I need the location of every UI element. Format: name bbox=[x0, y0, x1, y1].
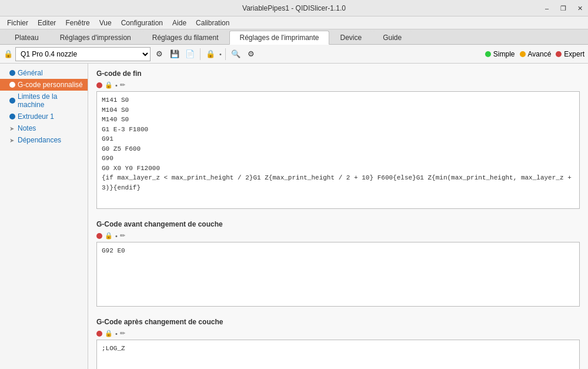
end-gcode-textarea[interactable]: M141 S0 M104 S0 M140 S0 G1 E-3 F1800 G91… bbox=[96, 91, 580, 209]
menu-fenetre[interactable]: Fenêtre bbox=[61, 16, 94, 29]
restore-button[interactable]: ❐ bbox=[555, 0, 572, 16]
separator bbox=[200, 48, 201, 60]
menu-editer[interactable]: Editer bbox=[33, 16, 61, 29]
file-icon[interactable]: 📄 bbox=[183, 48, 196, 61]
sidebar-item-label-general: Général bbox=[18, 69, 43, 77]
sidebar: Général G-code personnalisé Limites de l… bbox=[0, 64, 88, 369]
tab-reglages-imprimante[interactable]: Réglages de l'imprimante bbox=[229, 31, 329, 45]
mode-controls: Simple Avancé Expert bbox=[485, 50, 584, 58]
tab-reglages-filament[interactable]: Réglages du filament bbox=[142, 31, 229, 44]
lock-icon: 🔒 bbox=[4, 49, 13, 58]
lock2-icon[interactable]: 🔒 bbox=[204, 48, 217, 61]
close-button[interactable]: ✕ bbox=[572, 0, 588, 16]
end-gcode-bullet: • bbox=[115, 82, 118, 89]
general-dot bbox=[9, 70, 15, 76]
notes-arrow-icon: ➤ bbox=[9, 125, 14, 132]
save-icon[interactable]: 💾 bbox=[168, 48, 181, 61]
after-layer-red-dot bbox=[96, 331, 102, 337]
sidebar-item-custom-gcode[interactable]: G-code personnalisé bbox=[0, 79, 88, 91]
filter-icon[interactable]: ⚙ bbox=[245, 48, 258, 61]
settings-icon[interactable]: ⚙ bbox=[153, 48, 166, 61]
simple-label: Simple bbox=[493, 50, 515, 58]
window-title: VariablePipes1 - QIDISlicer-1.1.0 bbox=[242, 4, 346, 12]
advanced-label: Avancé bbox=[528, 50, 552, 58]
before-layer-red-dot bbox=[96, 233, 102, 239]
mode-simple[interactable]: Simple bbox=[485, 50, 515, 58]
dependencies-arrow-icon: ➤ bbox=[9, 137, 14, 144]
before-layer-edit-icon[interactable]: ✏ bbox=[120, 232, 125, 240]
menu-calibration[interactable]: Calibration bbox=[191, 16, 234, 29]
title-bar: VariablePipes1 - QIDISlicer-1.1.0 – ❐ ✕ bbox=[0, 0, 588, 16]
mode-advanced[interactable]: Avancé bbox=[520, 50, 552, 58]
window-controls: – ❐ ✕ bbox=[539, 0, 588, 16]
sidebar-item-dependencies[interactable]: ➤ Dépendances bbox=[0, 134, 88, 146]
sidebar-item-label-dependencies: Dépendances bbox=[18, 136, 61, 144]
section-title-after-layer: G-Code après changement de couche bbox=[96, 318, 580, 326]
preset-select[interactable]: Q1 Pro 0.4 nozzle bbox=[15, 47, 151, 61]
before-layer-change-textarea[interactable]: G92 E0 bbox=[96, 242, 580, 307]
separator2 bbox=[225, 48, 226, 60]
expert-dot bbox=[556, 51, 562, 57]
after-layer-change-textarea[interactable]: ;LOG_Z bbox=[96, 340, 580, 369]
tab-device[interactable]: Device bbox=[330, 31, 372, 44]
section-title-end-gcode: G-code de fin bbox=[96, 69, 580, 78]
tab-bar: Plateau Réglages d'impression Réglages d… bbox=[0, 29, 588, 45]
toolbar: 🔒 Q1 Pro 0.4 nozzle ⚙ 💾 📄 🔒 • 🔍 ⚙ Simple… bbox=[0, 45, 588, 64]
section-title-before-layer: G-Code avant changement de couche bbox=[96, 220, 580, 228]
machine-limits-dot bbox=[9, 98, 15, 104]
menu-fichier[interactable]: Fichier bbox=[2, 16, 33, 29]
expert-label: Expert bbox=[564, 50, 584, 58]
main-layout: Général G-code personnalisé Limites de l… bbox=[0, 64, 588, 369]
extruder1-dot bbox=[9, 114, 15, 119]
tab-guide[interactable]: Guide bbox=[373, 31, 412, 44]
section-before-layer-change: G-Code avant changement de couche 🔒 • ✏ … bbox=[96, 220, 580, 308]
lock-bullet: • bbox=[219, 51, 222, 58]
end-gcode-lock-icon[interactable]: 🔒 bbox=[105, 81, 113, 89]
before-layer-bullet: • bbox=[115, 232, 118, 240]
sidebar-item-extruder1[interactable]: Extrudeur 1 bbox=[0, 111, 88, 122]
end-gcode-red-dot bbox=[96, 82, 102, 88]
minimize-button[interactable]: – bbox=[539, 0, 555, 16]
section-end-gcode: G-code de fin 🔒 • ✏ M141 S0 M104 S0 M140… bbox=[96, 69, 580, 211]
search-icon[interactable]: 🔍 bbox=[229, 48, 242, 61]
content-area: G-code de fin 🔒 • ✏ M141 S0 M104 S0 M140… bbox=[88, 64, 588, 369]
menu-vue[interactable]: Vue bbox=[95, 16, 116, 29]
sidebar-item-general[interactable]: Général bbox=[0, 67, 88, 79]
tab-reglages-impression[interactable]: Réglages d'impression bbox=[50, 31, 141, 44]
custom-gcode-dot bbox=[9, 82, 15, 88]
before-layer-lock-icon[interactable]: 🔒 bbox=[105, 232, 113, 240]
menu-bar: Fichier Editer Fenêtre Vue Configuration… bbox=[0, 16, 588, 29]
section-controls-after-layer: 🔒 • ✏ bbox=[96, 330, 580, 337]
simple-dot bbox=[485, 51, 491, 57]
sidebar-item-notes[interactable]: ➤ Notes bbox=[0, 122, 88, 134]
mode-expert[interactable]: Expert bbox=[556, 50, 584, 58]
sidebar-item-label-extruder1: Extrudeur 1 bbox=[18, 112, 54, 121]
menu-aide[interactable]: Aide bbox=[168, 16, 191, 29]
section-controls-end-gcode: 🔒 • ✏ bbox=[96, 81, 580, 89]
menu-configuration[interactable]: Configuration bbox=[116, 16, 168, 29]
sidebar-item-label-custom-gcode: G-code personnalisé bbox=[18, 81, 83, 89]
advanced-dot bbox=[520, 51, 526, 57]
after-layer-edit-icon[interactable]: ✏ bbox=[120, 330, 125, 337]
end-gcode-edit-icon[interactable]: ✏ bbox=[120, 81, 125, 89]
section-controls-before-layer: 🔒 • ✏ bbox=[96, 232, 580, 240]
after-layer-lock-icon[interactable]: 🔒 bbox=[105, 330, 113, 337]
after-layer-bullet: • bbox=[115, 330, 118, 337]
sidebar-item-label-notes: Notes bbox=[18, 124, 36, 132]
sidebar-item-label-machine-limits: Limites de la machine bbox=[18, 92, 83, 109]
tab-plateau[interactable]: Plateau bbox=[5, 31, 49, 44]
sidebar-item-machine-limits[interactable]: Limites de la machine bbox=[0, 91, 88, 111]
section-after-layer-change: G-Code après changement de couche 🔒 • ✏ … bbox=[96, 318, 580, 369]
